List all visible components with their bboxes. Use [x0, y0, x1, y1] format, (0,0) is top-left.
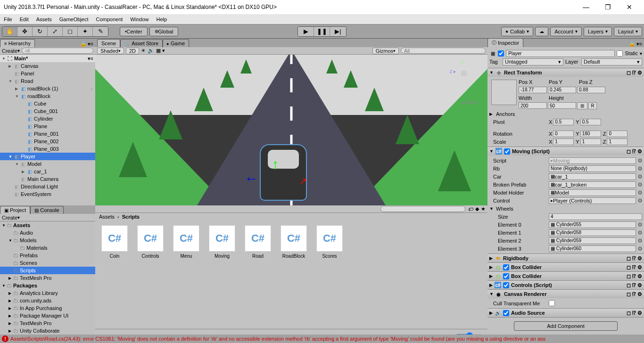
scene-fx-toggle[interactable]: ▦ ▾ [156, 48, 165, 54]
audio-source-header[interactable]: ▶🔊Audio Source◻ ⁉ ⚙ [487, 309, 644, 317]
step-button[interactable]: ▶| [330, 27, 346, 36]
maximize-button[interactable]: ❐ [597, 0, 619, 14]
scale-y-input[interactable] [580, 139, 601, 145]
project-folder[interactable]: 🗀Audio [0, 229, 95, 237]
hierarchy-list[interactable]: ▼⛶Main* ▾≡ ▶◧Canvas◧Panel▼◧Road▶◧roadBlo… [0, 55, 95, 205]
project-folder[interactable]: ▶🗀In App Purchasing [0, 304, 95, 312]
hierarchy-item[interactable]: ◧Plane_001 [0, 130, 95, 138]
minimize-button[interactable]: — [575, 0, 597, 14]
hierarchy-item[interactable]: ◧Plane_002 [0, 138, 95, 145]
pivot-mode-button[interactable]: ▪ Center [120, 27, 148, 36]
cloud-button[interactable]: ☁ [535, 27, 548, 36]
posz-input[interactable] [577, 87, 605, 93]
gizmo-y-axis[interactable]: ↑ [272, 156, 279, 172]
scene-orientation-gizmo[interactable]: y z ▸ [450, 59, 478, 88]
anchor-preset-button[interactable] [491, 80, 517, 105]
project-asset-grid[interactable]: C#CoinC#ControlsC#MenuC#MovingC#RoadC#Ro… [95, 220, 487, 329]
gameobject-active-checkbox[interactable] [498, 50, 504, 57]
close-button[interactable]: ✕ [619, 0, 640, 14]
tag-dropdown[interactable]: Untagged ▾ [503, 58, 563, 65]
control-field[interactable]: ▸ Player (Controls) [549, 197, 636, 204]
search-save-icon[interactable]: ★ [481, 206, 486, 212]
scene-search-input[interactable] [401, 48, 486, 54]
gameobject-name-input[interactable] [506, 50, 615, 57]
hierarchy-item[interactable]: ◧Main Camera [0, 175, 95, 183]
hierarchy-item[interactable]: ◧Cylinder [0, 115, 95, 122]
project-folder[interactable]: ▶🗀Package Manager UI [0, 312, 95, 319]
scale-z-input[interactable] [607, 139, 627, 145]
move-tool[interactable]: ✥ [17, 27, 33, 36]
layers-button[interactable]: Layers ▾ [584, 27, 612, 36]
search-type-icon[interactable]: ◆ [475, 206, 479, 212]
project-folder[interactable]: 🗀Scenes [0, 259, 95, 267]
canvas-renderer-header[interactable]: ▼◉Canvas Renderer◻ ⁉ ⚙ [487, 290, 644, 298]
hierarchy-item[interactable]: ▶◧roadBlock (1)› [0, 85, 95, 92]
menu-window[interactable]: Window [130, 16, 149, 22]
scale-tool[interactable]: ⤢ [48, 27, 63, 36]
asset-store-tab[interactable]: 🛒 Asset Store [120, 39, 163, 47]
layer-dropdown[interactable]: Default ▾ [581, 58, 642, 65]
project-folder[interactable]: 🗀Prefabs [0, 252, 95, 259]
asset-item[interactable]: C#Road [243, 225, 272, 259]
hierarchy-item[interactable]: ▼◧Player [0, 153, 95, 160]
search-filter-icon[interactable]: 🏷 [468, 206, 473, 212]
scale-x-input[interactable] [553, 139, 574, 145]
hierarchy-item[interactable]: ◧Plane [0, 122, 95, 130]
rot-z-input[interactable] [607, 131, 627, 137]
project-folder[interactable]: ▼🗀Packages [0, 282, 95, 289]
menu-component[interactable]: Component [96, 16, 123, 22]
scene-player-car[interactable] [260, 144, 307, 201]
posy-input[interactable] [548, 87, 576, 93]
menu-assets[interactable]: Assets [36, 16, 52, 22]
panel-lock-icon[interactable]: 🔒 [80, 41, 87, 47]
posx-input[interactable] [519, 87, 547, 93]
inspector-lock-icon[interactable]: 🔒 [629, 41, 636, 47]
project-breadcrumb[interactable]: Assets › Scripts [95, 213, 487, 220]
add-component-button[interactable]: Add Component [514, 321, 618, 331]
rigidbody-header[interactable]: ▶⬬Rigidbody◻ ⁉ ⚙ [487, 254, 644, 262]
inspector-menu-icon[interactable]: ▾≡ [636, 41, 642, 47]
asset-item[interactable]: C#Menu [172, 225, 201, 259]
hierarchy-item[interactable]: ▼◧Model [0, 160, 95, 168]
hierarchy-item[interactable]: ◧EventSystem [0, 190, 95, 198]
account-button[interactable]: Account ▾ [550, 27, 582, 36]
hand-tool[interactable]: ✋ [2, 27, 17, 36]
pivot-rotation-button[interactable]: ⊕ Global [149, 27, 179, 36]
car-field[interactable]: ▦ car_1 [549, 173, 636, 180]
asset-item[interactable]: C#Controls [136, 225, 165, 259]
asset-item[interactable]: C#Scores [315, 225, 344, 259]
controls-script-header[interactable]: ▶c#Controls (Script)◻ ⁉ ⚙ [487, 281, 644, 289]
width-input[interactable] [519, 102, 547, 109]
project-tab[interactable]: ▣ Project [0, 206, 30, 214]
scene-tab[interactable]: Scene [97, 39, 120, 47]
wheel-element-field[interactable]: ▦ Cylinder060 [549, 245, 636, 252]
project-folder[interactable]: ▼🗀Models [0, 237, 95, 244]
status-error-bar[interactable]: ! Assets\Scripts\Road.cs(24,43): error C… [0, 335, 644, 343]
pause-button[interactable]: ❚❚ [314, 27, 330, 36]
custom-tool[interactable]: ✎ [93, 27, 108, 36]
project-folder[interactable]: ▶🗀TextMesh Pro [0, 274, 95, 282]
wheel-element-field[interactable]: ▦ Cylinder055 [549, 221, 636, 228]
gizmo-x-axis[interactable]: ↗ [299, 175, 307, 187]
static-checkbox[interactable] [617, 50, 623, 57]
scene-light-toggle[interactable]: ☀ [141, 48, 146, 54]
project-search-input[interactable] [380, 206, 465, 212]
scene-audio-toggle[interactable]: 🔊 [148, 48, 154, 54]
scene-shading-dropdown[interactable]: Shaded ▾ [97, 48, 124, 54]
project-folder[interactable]: ▶🗀Unity Collaborate [0, 327, 95, 335]
project-folder[interactable]: 🗀Materials [0, 244, 95, 252]
wheels-size-input[interactable]: 4 [549, 213, 642, 220]
layout-button[interactable]: Layout ▾ [614, 27, 642, 36]
raw-edit-button[interactable]: R [588, 102, 597, 109]
hierarchy-item[interactable]: ◧Plane_003 [0, 145, 95, 153]
moving-script-header[interactable]: ▼c# Moving (Script) ◻ ⁉ ⚙ [487, 147, 644, 155]
game-tab[interactable]: ▸ Game [163, 39, 189, 47]
project-folder[interactable]: ▶🗀TextMesh Pro [0, 319, 95, 327]
hierarchy-create-button[interactable]: Create [2, 48, 17, 54]
menu-file[interactable]: File [4, 16, 12, 22]
pivot-x-input[interactable] [553, 119, 574, 125]
hierarchy-search-input[interactable] [22, 48, 93, 54]
project-folder[interactable]: 🗀Scripts [0, 267, 95, 274]
hierarchy-item[interactable]: ◧Cube_001 [0, 107, 95, 115]
project-folder[interactable]: ▼🗀Assets [0, 221, 95, 229]
